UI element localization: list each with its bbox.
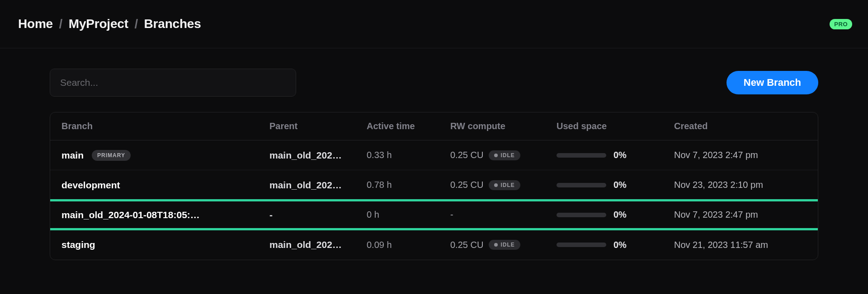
parent-branch[interactable]: main_old_202…: [269, 239, 367, 250]
used-bar: [557, 183, 606, 187]
used-bar: [557, 243, 606, 247]
rw-cu-value: 0.25 CU: [450, 150, 483, 160]
active-time: 0 h: [367, 210, 450, 220]
new-branch-button[interactable]: New Branch: [726, 71, 818, 94]
branch-name: staging: [61, 239, 95, 250]
parent-branch[interactable]: -: [269, 210, 367, 220]
branch-name: main: [61, 150, 84, 161]
row-menu-button[interactable]: [814, 210, 818, 220]
branch-name: main_old_2024-01-08T18:05:…: [61, 210, 200, 220]
status-dot-icon: [494, 243, 498, 247]
idle-badge: IDLE: [489, 240, 520, 250]
created-at: Nov 7, 2023 2:47 pm: [674, 150, 814, 160]
rw-compute: 0.25 CU IDLE: [450, 180, 557, 190]
status-dot-icon: [494, 183, 498, 187]
rw-compute: -: [450, 210, 557, 220]
created-at: Nov 7, 2023 2:47 pm: [674, 210, 814, 220]
table-row[interactable]: development main_old_202… 0.78 h 0.25 CU…: [50, 170, 818, 200]
branch-name: development: [61, 180, 120, 191]
branch-cell[interactable]: staging: [61, 239, 269, 250]
rw-cu-value: 0.25 CU: [450, 180, 483, 190]
crumb-home[interactable]: Home: [18, 17, 53, 31]
crumb-project[interactable]: MyProject: [69, 17, 128, 31]
crumb-page[interactable]: Branches: [144, 17, 201, 31]
branches-table: Branch Parent Active time RW compute Use…: [50, 112, 818, 260]
used-space: 0%: [557, 240, 674, 250]
used-bar: [557, 153, 606, 158]
th-used: Used space: [557, 121, 674, 131]
idle-badge-label: IDLE: [500, 242, 514, 248]
branch-cell[interactable]: main PRIMARY: [61, 150, 269, 161]
row-menu-button[interactable]: [814, 239, 818, 250]
used-space: 0%: [557, 210, 674, 220]
parent-branch[interactable]: main_old_202…: [269, 150, 367, 161]
table-row[interactable]: staging main_old_202… 0.09 h 0.25 CU IDL…: [50, 230, 818, 260]
breadcrumb: Home / MyProject / Branches: [18, 17, 201, 31]
row-menu-button[interactable]: [814, 180, 818, 191]
row-menu-button[interactable]: [814, 150, 818, 161]
crumb-sep-2: /: [132, 17, 141, 31]
rw-compute: 0.25 CU IDLE: [450, 150, 557, 160]
th-active: Active time: [367, 121, 450, 131]
active-time: 0.33 h: [367, 150, 450, 160]
used-space: 0%: [557, 180, 674, 190]
rw-compute: 0.25 CU IDLE: [450, 240, 557, 250]
pro-badge: PRO: [830, 19, 852, 29]
created-at: Nov 21, 2023 11:57 am: [674, 240, 814, 250]
idle-badge-label: IDLE: [500, 182, 514, 188]
used-value: 0%: [613, 180, 627, 190]
table-row[interactable]: main_old_2024-01-08T18:05:… - 0 h - 0% N…: [50, 200, 818, 230]
idle-badge: IDLE: [489, 180, 520, 190]
th-branch: Branch: [61, 121, 269, 131]
used-value: 0%: [613, 240, 627, 250]
created-at: Nov 23, 2023 2:10 pm: [674, 180, 814, 190]
active-time: 0.78 h: [367, 180, 450, 190]
used-value: 0%: [613, 150, 627, 160]
idle-badge-label: IDLE: [500, 152, 514, 159]
rw-cu-value: 0.25 CU: [450, 240, 483, 250]
status-dot-icon: [494, 154, 498, 157]
branch-cell[interactable]: main_old_2024-01-08T18:05:…: [61, 210, 269, 220]
table-row[interactable]: main PRIMARY main_old_202… 0.33 h 0.25 C…: [50, 140, 818, 170]
active-time: 0.09 h: [367, 240, 450, 250]
idle-badge: IDLE: [489, 150, 520, 160]
th-rw: RW compute: [450, 121, 557, 131]
branch-cell[interactable]: development: [61, 180, 269, 191]
rw-cu-value: -: [450, 210, 453, 220]
th-parent: Parent: [269, 121, 367, 131]
crumb-sep-1: /: [57, 17, 66, 31]
parent-branch[interactable]: main_old_202…: [269, 180, 367, 191]
used-bar: [557, 213, 606, 217]
th-created: Created: [674, 121, 814, 131]
used-space: 0%: [557, 150, 674, 160]
search-input[interactable]: [50, 69, 296, 97]
used-value: 0%: [613, 210, 627, 220]
primary-badge: PRIMARY: [92, 150, 131, 161]
